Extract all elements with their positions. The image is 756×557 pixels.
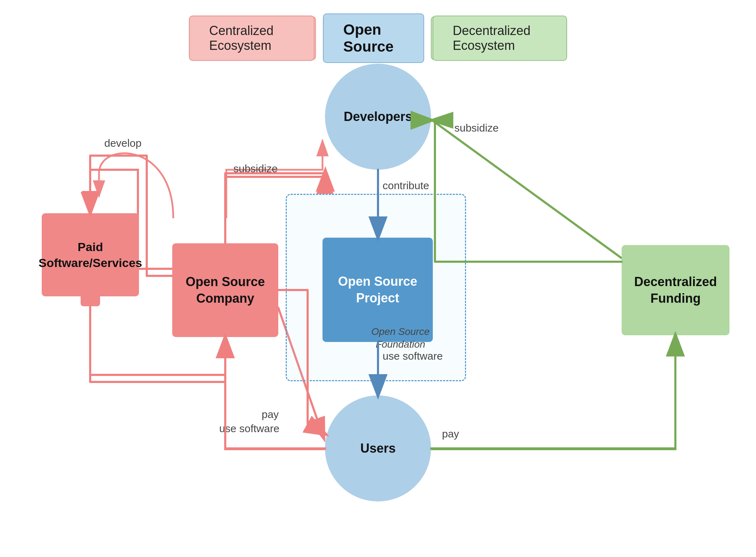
pay-right-label: pay: [442, 428, 459, 440]
open-source-foundation-label: Open SourceFoundation: [371, 325, 430, 351]
subsidize-left-label: subsidize: [233, 163, 278, 175]
diagram-container: Centralized Ecosystem Open Source Decent…: [0, 0, 756, 557]
legend-centralized-box: Centralized Ecosystem: [189, 16, 315, 61]
contribute-label: contribute: [383, 180, 429, 192]
paid-software-tab: [81, 295, 100, 306]
legend-decentralized-box: Decentralized Ecosystem: [432, 16, 567, 61]
open-source-company-node: Open SourceCompany: [172, 243, 278, 337]
use-software-down-label: use software: [383, 350, 443, 362]
paid-software-node: PaidSoftware/Services: [42, 213, 139, 296]
decentralized-funding-node: DecentralizedFunding: [622, 245, 729, 335]
legend-row: Centralized Ecosystem Open Source Decent…: [189, 13, 567, 63]
users-node: Users: [325, 395, 431, 501]
develop-label: develop: [104, 137, 141, 149]
developers-node: Developers: [325, 64, 431, 170]
use-software-right-label: use software: [219, 423, 279, 435]
subsidize-right-label: subsidize: [454, 122, 499, 134]
legend-opensource-box: Open Source: [323, 13, 424, 63]
pay-left-label: pay: [262, 408, 279, 420]
